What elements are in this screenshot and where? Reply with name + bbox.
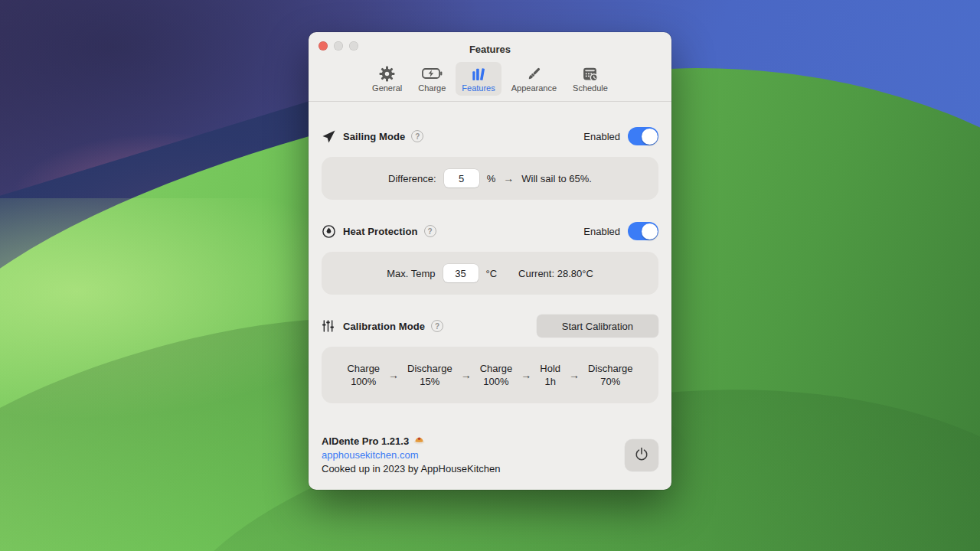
max-temp-unit: °C (486, 268, 498, 279)
tab-label: Schedule (573, 83, 608, 93)
help-icon[interactable] (431, 320, 443, 332)
heat-drop-icon (322, 224, 340, 239)
tab-features[interactable]: Features (456, 62, 501, 96)
tab-general[interactable]: General (366, 62, 408, 96)
tab-charge[interactable]: Charge (412, 62, 452, 96)
website-link[interactable]: apphousekitchen.com (322, 448, 625, 462)
sail-result-text: Will sail to 65%. (521, 173, 592, 184)
start-calibration-button[interactable]: Start Calibration (537, 315, 658, 337)
close-button[interactable] (318, 41, 328, 51)
power-button[interactable] (625, 439, 658, 471)
sailing-mode-header: Sailing Mode Enabled (322, 125, 658, 148)
footer: AlDente Pro 1.21.3 apphousekitchen.com C… (309, 435, 671, 490)
gear-icon (379, 65, 395, 82)
toolbar: General Charge (309, 58, 671, 102)
difference-label: Difference: (388, 173, 436, 184)
difference-unit: % (487, 173, 496, 184)
app-window: Features (309, 32, 671, 490)
tab-appearance[interactable]: Appearance (505, 62, 563, 96)
toggle-status-label: Enabled (583, 131, 620, 142)
app-version-text: AlDente Pro 1.21.3 (322, 435, 409, 448)
spaghetti-emoji (413, 435, 425, 448)
features-pane: Sailing Mode Enabled Difference: % → Wil… (309, 102, 671, 435)
calendar-clock-icon (582, 65, 598, 82)
calibration-steps-panel: Charge100% → Discharge15% → Charge100% →… (322, 347, 658, 403)
paper-plane-icon (322, 129, 340, 144)
window-title: Features (469, 44, 511, 55)
arrow-icon: → (388, 369, 399, 381)
tab-label: General (372, 83, 402, 93)
sailing-settings-panel: Difference: % → Will sail to 65%. (322, 157, 658, 200)
arrow-icon: → (503, 172, 514, 184)
calibration-step: Discharge15% (407, 362, 452, 388)
tab-schedule[interactable]: Schedule (567, 62, 614, 96)
arrow-icon: → (521, 369, 531, 381)
tab-label: Appearance (511, 83, 557, 93)
toggle-knob (642, 223, 658, 240)
difference-input[interactable] (444, 169, 479, 187)
calibration-step: Charge100% (480, 362, 513, 388)
section-title: Sailing Mode (343, 131, 405, 142)
power-icon (633, 446, 650, 465)
tab-label: Charge (418, 83, 446, 93)
battery-charge-icon (422, 65, 443, 82)
tab-label: Features (462, 83, 495, 93)
traffic-lights (318, 41, 358, 51)
zoom-button[interactable] (349, 41, 358, 51)
heat-settings-panel: Max. Temp °C Current: 28.80°C (322, 252, 658, 295)
help-icon[interactable] (411, 130, 423, 142)
features-bars-icon (471, 65, 487, 82)
minimize-button[interactable] (334, 41, 343, 51)
arrow-icon: → (569, 369, 580, 381)
heat-protection-toggle[interactable] (628, 222, 658, 240)
toggle-knob (642, 129, 658, 145)
current-temp-text: Current: 28.80°C (518, 268, 593, 279)
sliders-icon (322, 319, 340, 333)
sailing-mode-toggle[interactable] (628, 127, 658, 145)
paintbrush-icon (526, 65, 542, 82)
titlebar[interactable]: Features (309, 32, 671, 58)
section-title: Heat Protection (343, 226, 418, 237)
arrow-icon: → (461, 369, 472, 381)
calibration-step: Discharge70% (588, 362, 633, 388)
calibration-step: Charge100% (347, 362, 380, 388)
toggle-status-label: Enabled (583, 226, 620, 237)
help-icon[interactable] (424, 225, 436, 237)
max-temp-label: Max. Temp (387, 268, 435, 279)
heat-protection-header: Heat Protection Enabled (322, 220, 658, 243)
calibration-step: Hold1h (540, 362, 560, 388)
max-temp-input[interactable] (443, 264, 479, 282)
app-version-line: AlDente Pro 1.21.3 (322, 435, 625, 448)
credit-text: Cooked up in 2023 by AppHouseKitchen (322, 462, 625, 476)
calibration-mode-header: Calibration Mode Start Calibration (322, 315, 658, 337)
section-title: Calibration Mode (343, 321, 425, 332)
